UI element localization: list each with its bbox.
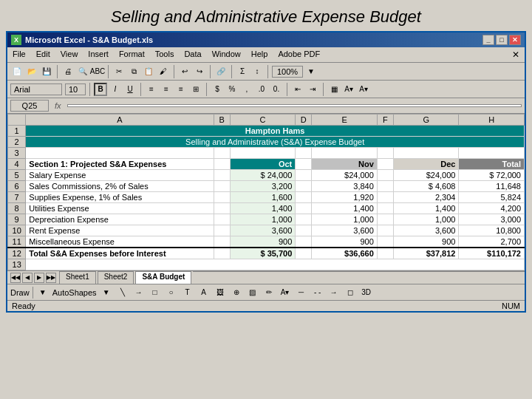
misc-dec-cell[interactable]: 900 xyxy=(393,236,458,248)
clipart-tool-icon[interactable]: 🖼 xyxy=(214,286,227,299)
fill-color-icon[interactable]: A▾ xyxy=(342,83,355,96)
cut-icon[interactable]: ✂ xyxy=(112,65,126,78)
salary-nov-cell[interactable]: $24,000 xyxy=(312,170,377,181)
draw-menu-icon[interactable]: ▼ xyxy=(36,286,50,299)
comma-icon[interactable]: , xyxy=(240,83,253,96)
underline-button[interactable]: U xyxy=(123,83,137,96)
company-name-cell[interactable]: Hampton Hams xyxy=(26,126,525,137)
copy-icon[interactable]: ⧉ xyxy=(127,65,140,78)
rent-nov-cell[interactable]: 3,600 xyxy=(312,225,377,236)
cell-d4[interactable] xyxy=(296,159,312,170)
cell-f6[interactable] xyxy=(377,181,393,192)
shadow-tool-icon[interactable]: ◻ xyxy=(344,286,357,299)
misc-label-cell[interactable]: Miscellaneous Expense xyxy=(26,236,214,248)
supplies-oct-cell[interactable]: 1,600 xyxy=(230,192,295,203)
commissions-total-cell[interactable]: 11,648 xyxy=(459,181,525,192)
cell-f5[interactable] xyxy=(377,170,393,181)
cell-b9[interactable] xyxy=(214,214,230,225)
cell-g3[interactable] xyxy=(393,148,458,159)
save-icon[interactable]: 💾 xyxy=(40,65,53,78)
close-button[interactable]: ✕ xyxy=(509,35,521,45)
zoom-box[interactable]: 100% xyxy=(272,66,303,78)
bold-button[interactable]: B xyxy=(94,83,107,96)
open-icon[interactable]: 📂 xyxy=(25,65,38,78)
total-nov-cell[interactable]: $36,660 xyxy=(312,248,377,259)
fill-color-tool-icon[interactable]: ▨ xyxy=(246,286,259,299)
cell-d7[interactable] xyxy=(296,192,312,203)
increase-indent-icon[interactable]: ⇥ xyxy=(306,83,319,96)
spell-icon[interactable]: ABC xyxy=(91,65,104,78)
borders-icon[interactable]: ▦ xyxy=(327,83,341,96)
wordart-tool-icon[interactable]: A xyxy=(197,286,211,299)
rent-oct-cell[interactable]: 3,600 xyxy=(230,225,295,236)
total-total-cell[interactable]: $110,172 xyxy=(459,248,525,259)
section-header-cell[interactable]: Section 1: Projected S&A Expenses xyxy=(26,159,214,170)
rent-label-cell[interactable]: Rent Expense xyxy=(26,225,214,236)
cell-d10[interactable] xyxy=(296,225,312,236)
3d-tool-icon[interactable]: 3D xyxy=(360,286,373,299)
paste-icon[interactable]: 📋 xyxy=(142,65,155,78)
dash-style-tool-icon[interactable]: - - xyxy=(311,286,324,299)
commissions-dec-cell[interactable]: $ 4,608 xyxy=(393,181,458,192)
misc-total-cell[interactable]: 2,700 xyxy=(459,236,525,248)
utilities-oct-cell[interactable]: 1,400 xyxy=(230,203,295,214)
total-header-cell[interactable]: Total xyxy=(459,159,525,170)
increase-decimal-icon[interactable]: .0 xyxy=(255,83,268,96)
font-size[interactable]: 10 xyxy=(65,83,86,95)
depreciation-dec-cell[interactable]: 1,000 xyxy=(393,214,458,225)
line-color-tool-icon[interactable]: ✏ xyxy=(262,286,276,299)
align-left-icon[interactable]: ≡ xyxy=(145,83,158,96)
tab-sheet1[interactable]: Sheet1 xyxy=(59,271,96,284)
textbox-tool-icon[interactable]: T xyxy=(181,286,194,299)
maximize-button[interactable]: □ xyxy=(496,35,508,45)
cell-b7[interactable] xyxy=(214,192,230,203)
cell-d11[interactable] xyxy=(296,236,312,248)
menu-data[interactable]: Data xyxy=(182,49,203,61)
cell-b3[interactable] xyxy=(214,148,230,159)
currency-icon[interactable]: $ xyxy=(211,83,224,96)
depreciation-total-cell[interactable]: 3,000 xyxy=(459,214,525,225)
supplies-nov-cell[interactable]: 1,920 xyxy=(312,192,377,203)
cell-f9[interactable] xyxy=(377,214,393,225)
cell-d3[interactable] xyxy=(296,148,312,159)
commissions-oct-cell[interactable]: 3,200 xyxy=(230,181,295,192)
tab-sa-budget[interactable]: S&A Budget xyxy=(135,271,191,284)
total-dec-cell[interactable]: $37,812 xyxy=(393,248,458,259)
menu-tools[interactable]: Tools xyxy=(153,49,177,61)
commissions-nov-cell[interactable]: 3,840 xyxy=(312,181,377,192)
draw-label[interactable]: Draw xyxy=(10,288,30,297)
menu-view[interactable]: View xyxy=(58,49,81,61)
rent-dec-cell[interactable]: 3,600 xyxy=(393,225,458,236)
cell-f12[interactable] xyxy=(377,248,393,259)
font-name[interactable]: Arial xyxy=(10,83,62,95)
preview-icon[interactable]: 🔍 xyxy=(76,65,89,78)
autosum-icon[interactable]: Σ xyxy=(236,65,249,78)
align-right-icon[interactable]: ≡ xyxy=(174,83,188,96)
supplies-total-cell[interactable]: 5,824 xyxy=(459,192,525,203)
cell-f11[interactable] xyxy=(377,236,393,248)
menu-insert[interactable]: Insert xyxy=(86,49,111,61)
cell-b6[interactable] xyxy=(214,181,230,192)
utilities-total-cell[interactable]: 4,200 xyxy=(459,203,525,214)
font-color-tool-icon[interactable]: A▾ xyxy=(279,286,292,299)
sort-asc-icon[interactable]: ↕ xyxy=(250,65,264,78)
italic-button[interactable]: I xyxy=(109,83,122,96)
cell-e3[interactable] xyxy=(312,148,377,159)
align-center-icon[interactable]: ≡ xyxy=(160,83,173,96)
cell-d6[interactable] xyxy=(296,181,312,192)
cell-b11[interactable] xyxy=(214,236,230,248)
line-tool-icon[interactable]: ╲ xyxy=(116,286,129,299)
redo-icon[interactable]: ↪ xyxy=(193,65,206,78)
depreciation-nov-cell[interactable]: 1,000 xyxy=(312,214,377,225)
merge-cells-icon[interactable]: ⊞ xyxy=(189,83,202,96)
cell-f7[interactable] xyxy=(377,192,393,203)
cell-a3[interactable] xyxy=(26,148,214,159)
decrease-indent-icon[interactable]: ⇤ xyxy=(291,83,304,96)
tab-back-button[interactable]: ◀ xyxy=(22,273,33,283)
menu-file[interactable]: File xyxy=(10,49,28,61)
cell-b8[interactable] xyxy=(214,203,230,214)
line-style-tool-icon[interactable]: ─ xyxy=(295,286,308,299)
format-painter-icon[interactable]: 🖌 xyxy=(157,65,170,78)
arrow-tool-icon[interactable]: → xyxy=(132,286,146,299)
cell-f3[interactable] xyxy=(377,148,393,159)
